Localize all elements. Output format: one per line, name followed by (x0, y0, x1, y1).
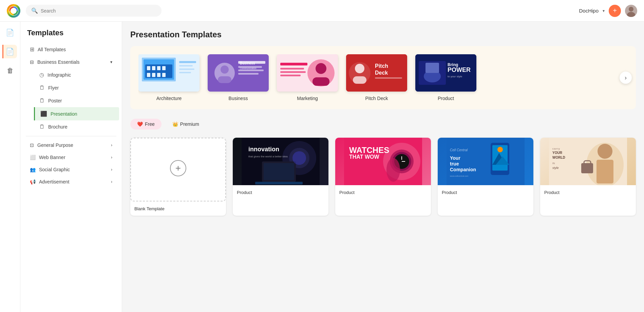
carousel-item-marketing[interactable]: Marketing (277, 54, 338, 101)
template-card-carry[interactable]: carry YOUR WORLD IN style Product (540, 138, 636, 216)
sidebar-label-presentation: Presentation (51, 111, 77, 117)
carousel-next-button[interactable]: › (620, 72, 632, 84)
carousel-thumb-pitchdeck: Pitch Deck (346, 54, 407, 92)
filter-tabs: ❤️ Free 👑 Premium (130, 119, 636, 130)
svg-rect-14 (157, 73, 160, 77)
sidebar-label-social-graphic: Social Graphic (39, 167, 70, 172)
carousel-label-pitchdeck: Pitch Deck (365, 96, 388, 101)
sidebar-label-business-essentials: Business Essentials (37, 59, 80, 65)
template-card-blank[interactable]: + Blank Template (130, 138, 226, 216)
carousel-thumb-business: Business Communication (208, 54, 269, 92)
svg-text:Communication: Communication (240, 67, 257, 70)
template-thumb-innovation: innovation that gives the world a better… (233, 138, 328, 185)
sidebar-label-brochure: Brochure (48, 124, 68, 130)
free-label: Free (145, 121, 155, 127)
sidebar-label-infographic: Infographic (48, 72, 71, 78)
filter-tab-free[interactable]: ❤️ Free (130, 119, 162, 130)
svg-rect-27 (238, 73, 259, 75)
template-name-carry: Product (544, 190, 560, 195)
app-logo[interactable] (7, 4, 20, 18)
svg-text:WORLD: WORLD (552, 156, 565, 159)
svg-rect-13 (152, 73, 155, 77)
icon-bar: 📄 📄 🗑 (0, 22, 20, 312)
carousel-section: Architecture B (130, 46, 636, 109)
carousel-label-business: Business (229, 96, 248, 101)
social-graphic-icon: 👥 (30, 167, 36, 172)
sidebar-section-web-banner[interactable]: ⬜ Web Banner › (23, 151, 119, 163)
carousel-item-business[interactable]: Business Communication Business (208, 54, 269, 101)
svg-point-70 (386, 158, 400, 182)
free-icon: ❤️ (137, 121, 143, 127)
header-right: DocHipo ▾ + (579, 5, 637, 17)
sidebar-item-flyer[interactable]: 🗒 Flyer (34, 81, 119, 94)
avatar[interactable] (625, 5, 637, 17)
template-info-carry: Product (540, 185, 636, 199)
sidebar-section-business-essentials[interactable]: ⊟ Business Essentials ▾ (23, 56, 119, 68)
template-name-companion: Product (442, 190, 457, 195)
search-input[interactable] (41, 8, 156, 14)
template-name-blank: Blank Template (134, 206, 165, 211)
brand-dropdown-arrow[interactable]: ▾ (603, 8, 605, 13)
svg-rect-19 (179, 72, 191, 73)
svg-text:WATCHES: WATCHES (349, 145, 389, 155)
add-button[interactable]: + (609, 5, 621, 17)
svg-text:true: true (450, 161, 459, 167)
advertisement-chevron: › (111, 179, 112, 184)
svg-point-77 (497, 147, 503, 152)
search-icon: 🔍 (31, 7, 38, 14)
sidebar-item-poster[interactable]: 🗒 Poster (34, 94, 119, 107)
svg-rect-17 (179, 65, 193, 66)
svg-point-85 (598, 144, 612, 159)
svg-text:innovation: innovation (248, 146, 279, 153)
search-bar[interactable]: 🔍 (26, 5, 162, 17)
svg-rect-26 (238, 70, 264, 71)
svg-rect-35 (280, 68, 304, 70)
carousel-thumb-marketing (277, 54, 338, 92)
template-card-companion[interactable]: Cell Central Your true Companion www.cel… (438, 138, 533, 216)
filter-tab-premium[interactable]: 👑 Premium (166, 119, 206, 130)
page-title: Presentation Templates (130, 30, 636, 39)
svg-point-40 (355, 64, 364, 73)
template-thumb-carry: carry YOUR WORLD IN style (540, 138, 636, 185)
sidebar-divider-1 (26, 136, 116, 136)
sidebar-sub-business: ◷ Infographic 🗒 Flyer 🗒 Poster ⬛ Present… (20, 68, 122, 133)
template-card-innovation[interactable]: innovation that gives the world a better… (233, 138, 328, 216)
template-info-blank: Blank Template (130, 201, 226, 216)
svg-text:carry: carry (552, 147, 560, 150)
advertisement-icon: 📢 (30, 179, 36, 184)
carousel-item-product[interactable]: Bring POWER to your style Product (415, 54, 476, 101)
social-graphic-chevron: › (111, 167, 112, 172)
template-name-watches: Product (339, 190, 355, 195)
header: 🔍 DocHipo ▾ + (0, 0, 644, 22)
sidebar-title: Templates (20, 28, 122, 43)
svg-rect-10 (157, 66, 160, 70)
sidebar-item-presentation[interactable]: ⬛ Presentation (34, 107, 119, 120)
sidebar-section-general-purpose[interactable]: ⊡ General Purpose › (23, 139, 119, 151)
svg-rect-56 (264, 163, 294, 180)
flyer-icon: 🗒 (39, 85, 45, 91)
sidebar-label-advertisement: Advertisement (39, 179, 69, 184)
icon-bar-template[interactable]: 📄 (2, 45, 17, 58)
sidebar-item-infographic[interactable]: ◷ Infographic (34, 68, 119, 81)
blank-card-body: + (130, 138, 226, 201)
sidebar-section-advertisement[interactable]: 📢 Advertisement › (23, 176, 119, 188)
svg-rect-36 (280, 71, 306, 73)
sidebar-label-poster: Poster (48, 98, 62, 103)
presentation-icon: ⬛ (40, 111, 47, 117)
sidebar-item-brochure[interactable]: 🗒 Brochure (34, 120, 119, 133)
sidebar: Templates ⊞ All Templates ⊟ Business Ess… (20, 22, 122, 312)
sidebar-section-social-graphic[interactable]: 👥 Social Graphic › (23, 163, 119, 176)
icon-bar-document[interactable]: 📄 (3, 26, 17, 39)
icon-bar-trash[interactable]: 🗑 (3, 64, 17, 77)
template-card-watches[interactable]: WATCHES THAT WOW Product (335, 138, 431, 216)
template-name-innovation: Product (237, 190, 252, 195)
sidebar-item-all-templates[interactable]: ⊞ All Templates (23, 43, 119, 56)
svg-text:Your: Your (450, 155, 460, 161)
sidebar-label-all-templates: All Templates (38, 47, 66, 52)
template-info-watches: Product (335, 185, 431, 199)
svg-rect-86 (596, 160, 613, 183)
carousel-item-architecture[interactable]: Architecture (138, 54, 200, 101)
carousel-item-pitchdeck[interactable]: Pitch Deck Pitch Deck (346, 54, 407, 101)
template-thumb-companion: Cell Central Your true Companion www.cel… (438, 138, 533, 185)
svg-rect-33 (312, 77, 329, 86)
